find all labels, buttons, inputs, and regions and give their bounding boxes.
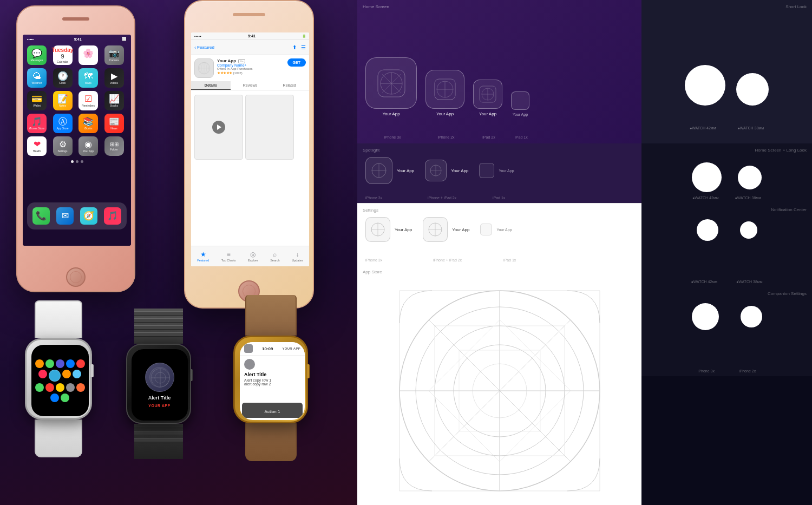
- app-news[interactable]: 📰 News: [104, 114, 124, 133]
- nav-search[interactable]: ⌕ Search: [270, 251, 279, 262]
- appstore-screen: ••••• 9:41 🔋 ‹ Featured ⬆ ☰: [191, 32, 309, 266]
- app-maps[interactable]: 🗺 Maps: [78, 68, 98, 88]
- home-icon-2x-iphone: Your App: [425, 70, 464, 116]
- settings-section: Settings Your App Your App Your App: [357, 203, 641, 265]
- home-icon-ipad-label: Your App: [479, 112, 496, 116]
- nav-top-charts[interactable]: ≡ Top Charts: [221, 251, 236, 262]
- watch-42mm-label: ●WATCH 42мм: [690, 126, 716, 130]
- app-clock[interactable]: 🕐 Clock: [53, 68, 73, 88]
- app-messages[interactable]: 💬 Messages: [27, 45, 47, 65]
- watch-band-top-3: [245, 295, 297, 336]
- app-notes[interactable]: 📝 Notes: [53, 91, 73, 110]
- appstore-status-time: 9:41: [248, 34, 256, 38]
- watch-band-bottom-2: [134, 424, 183, 459]
- short-look-42: [685, 65, 725, 106]
- scale-ipad-2x: iPad 2x: [470, 135, 508, 139]
- appstore-template-section: App Store: [357, 265, 641, 505]
- bottom-right-dark: [641, 376, 812, 505]
- iphone-screen-right: ••••• 9:41 🔋 ‹ Featured ⬆ ☰: [191, 32, 309, 266]
- tab-reviews[interactable]: Reviews: [231, 81, 270, 90]
- screenshot-2: [245, 95, 294, 160]
- settings-label: Settings: [363, 208, 378, 213]
- app-wallet[interactable]: 💳 Wallet: [27, 91, 47, 110]
- settings-icon-3x: Your App: [365, 217, 412, 242]
- appstore-nav: ‹ Featured ⬆ ☰: [191, 40, 309, 55]
- app-camera[interactable]: 📷 Camera: [104, 45, 124, 65]
- notif-38: [740, 221, 757, 239]
- app-health[interactable]: ❤ Health: [27, 136, 47, 156]
- home-icon-ipad-1x-label: Your App: [513, 113, 528, 116]
- companion-2x: [741, 306, 762, 327]
- watch-case-2: Alert Title YOUR APP: [126, 344, 191, 424]
- status-dots: •••••: [27, 37, 34, 41]
- tab-related[interactable]: Related: [270, 81, 309, 90]
- watch-black: Alert Title YOUR APP: [111, 309, 206, 459]
- nav-explore[interactable]: ◎ Explore: [248, 251, 258, 262]
- app-calendar[interactable]: Tuesday 9 Calendar: [53, 45, 73, 65]
- app-videos[interactable]: ▶ Videos: [104, 68, 124, 88]
- dock-music[interactable]: 🎵: [104, 207, 121, 225]
- app-reminders[interactable]: ☑ Reminders: [78, 91, 98, 110]
- watch-crown-2: [190, 369, 193, 381]
- spotlight-icon-2x: Your App: [425, 160, 468, 181]
- short-look-38: [736, 73, 769, 106]
- home-icon-ipad: Your App: [473, 80, 502, 116]
- home-long-look-label: Home Screen + Long Look: [755, 148, 807, 153]
- left-section: ••••• 9:41 ⬜ 💬 Messages Tuesday 9 Calend…: [0, 0, 357, 505]
- long-look-38: [738, 166, 762, 189]
- app-appstore[interactable]: Ⓐ App Store: [53, 114, 73, 133]
- app-grid: 💬 Messages Tuesday 9 Calendar 🌸 Photos: [23, 43, 131, 158]
- watch-38mm-label: ●WATCH 38мм: [738, 126, 764, 130]
- dock-safari[interactable]: 🧭: [80, 207, 97, 225]
- watch-screen-2: Alert Title YOUR APP: [132, 349, 188, 421]
- app-ibooks[interactable]: 📚 iBooks: [78, 114, 98, 133]
- companion-label: Companion Settings: [768, 291, 807, 296]
- iphone-screen-left: ••••• 9:41 ⬜ 💬 Messages Tuesday 9 Calend…: [23, 35, 131, 246]
- back-button[interactable]: ‹ Featured: [194, 45, 214, 50]
- app-settings[interactable]: ⚙ Settings: [53, 136, 73, 156]
- share-icon[interactable]: ⬆: [292, 44, 297, 50]
- app-stocks[interactable]: 📈 Stocks: [104, 91, 124, 110]
- play-button[interactable]: [212, 121, 225, 134]
- iphone-speaker: [62, 17, 89, 21]
- app-folder[interactable]: ⊞⊞ Folder: [104, 136, 124, 156]
- notif-center-label: Notification Center: [771, 207, 807, 212]
- settings-icon-1x: Your App: [480, 224, 512, 235]
- tab-details[interactable]: Details: [191, 81, 231, 90]
- watch-alert-circle: [145, 363, 174, 392]
- watch-case-3: 10:09 YOUR APP Alert Title Alert copy ro…: [233, 336, 308, 423]
- watch-action-btn[interactable]: Action 1: [242, 403, 303, 418]
- battery-icon: ⬜: [122, 37, 127, 41]
- scale-ipad-1x: iPad 1x: [508, 135, 535, 139]
- appstore-tabs: Details Reviews Related: [191, 81, 309, 90]
- right-section: Home Screen Your App: [357, 0, 812, 505]
- nav-updates[interactable]: ↓ Updates: [292, 251, 303, 262]
- iphone-home-button-left[interactable]: [66, 267, 86, 287]
- iphone-body-left: ••••• 9:41 ⬜ 💬 Messages Tuesday 9 Calend…: [16, 5, 135, 292]
- watch-gold: 10:09 YOUR APP Alert Title Alert copy ro…: [217, 295, 325, 461]
- app-photos[interactable]: 🌸 Photos: [78, 45, 98, 65]
- iap-label: Offers In-App Purchases: [217, 67, 284, 70]
- watch-band-top-2: [134, 309, 183, 344]
- appstore-screenshots: [191, 93, 309, 162]
- companion-3x: [692, 303, 719, 330]
- menu-icon[interactable]: ☰: [301, 44, 306, 50]
- dock-mail[interactable]: ✉: [56, 207, 74, 225]
- home-screen-label: Home Screen: [363, 4, 389, 9]
- app-itunes[interactable]: 🎵 iTunes Store: [27, 114, 47, 133]
- app-yourapp-homescreen[interactable]: ◉ Your App: [78, 136, 98, 156]
- dock-phone[interactable]: 📞: [32, 207, 50, 225]
- app-weather[interactable]: 🌤 Weather: [27, 68, 47, 88]
- watch-case-1: [25, 338, 92, 419]
- watch-notif-header: 10:09 YOUR APP: [240, 342, 305, 356]
- iphone-body-right: ••••• 9:41 🔋 ‹ Featured ⬆ ☰: [184, 0, 314, 309]
- get-button[interactable]: GET: [287, 58, 306, 67]
- nav-featured[interactable]: ★ Featured: [197, 251, 209, 262]
- home-icon-ipad-1x: Your App: [511, 91, 529, 116]
- appstore-bottom-nav: ★ Featured ≡ Top Charts ◎ Explore ⌕: [191, 246, 309, 266]
- home-long-look-section: Home Screen + Long Look ●WATCH 42мм ●WAT…: [641, 143, 812, 203]
- long-look-42: [692, 162, 722, 192]
- company-link[interactable]: Company Name ›: [217, 63, 284, 67]
- home-icon-3x: Your App: [365, 57, 417, 116]
- home-icon-2x-label: Your App: [436, 112, 454, 116]
